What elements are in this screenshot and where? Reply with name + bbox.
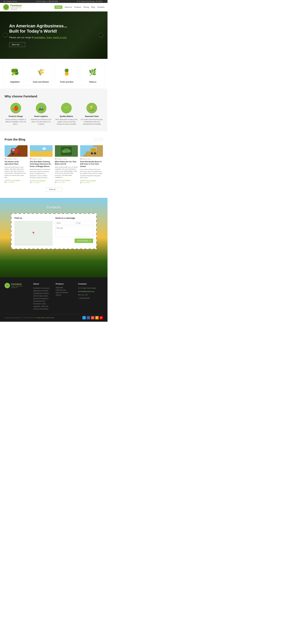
blog-img-4 xyxy=(80,145,103,157)
footer-grain-link[interactable]: Grain and Oilseed xyxy=(56,292,68,294)
footer-logo-name: Farmland xyxy=(11,283,22,285)
privacy-link[interactable]: Privacy Policy xyxy=(36,317,45,318)
footer-about-title: About xyxy=(33,283,52,285)
view-all-section: View all → xyxy=(4,187,103,192)
send-btn-label: Send Message xyxy=(77,240,88,242)
blog-img-2 xyxy=(30,145,53,157)
nav-contacts[interactable]: Contacts xyxy=(97,6,104,8)
top-bar: 24/7 Support Service Call Us Today: +1 8… xyxy=(0,0,108,3)
blog-section: From the Blog ← → ⏰October 6, 2016 The H xyxy=(0,131,108,198)
terms-link[interactable]: Terms of Use xyxy=(46,317,54,318)
author-link-1[interactable]: Jerry Robinson xyxy=(11,180,20,181)
why-grid: 🍎 Products Range We are growing a multit… xyxy=(4,103,103,125)
contacts-title: Contacts xyxy=(4,206,103,210)
twitter-icon[interactable]: 🐦 xyxy=(82,316,86,320)
veg-link[interactable]: vegetables xyxy=(34,36,45,39)
youtube-icon[interactable]: ▶ xyxy=(100,316,103,320)
seasoned-team-icon: 👨‍🌾 xyxy=(86,103,97,114)
more-info-button[interactable]: More Info → xyxy=(9,42,25,47)
footer-fruits-link[interactable]: Fruits and nuts xyxy=(56,289,66,291)
author-link-4[interactable]: Jerry Robinson xyxy=(86,180,96,181)
blog-date-2: ⏰October 6, 2016 xyxy=(30,158,53,160)
blog-author-3: Posted by Jerry Robinson xyxy=(55,180,78,181)
hero-subtext: Please see our range of vegetables, frui… xyxy=(9,36,74,39)
blog-post-2: ⏰October 6, 2016 This New Water-Cleaning… xyxy=(30,145,53,183)
googleplus-icon[interactable]: g+ xyxy=(91,316,94,320)
blog-post-title-3: When Plants Are Cut, They Bleed, Sort Of xyxy=(55,160,78,165)
footer-email: farmland@farmland.org xyxy=(78,290,103,293)
blog-prev-btn[interactable]: ← xyxy=(94,138,98,142)
find-us-title: Find us xyxy=(14,217,52,219)
hero-section: ⎯ An American Agribusiness... Built for … xyxy=(0,12,108,59)
svg-rect-16 xyxy=(91,148,96,152)
footer-bottom: Copyright 2016 Farmland, Inc. All Rights… xyxy=(4,314,103,320)
why-quality-text: We're determined to keep up the quality … xyxy=(55,118,78,125)
blog-post-1: ⏰October 6, 2016 The History of the Agri… xyxy=(4,145,28,183)
footer-produce-veg: Vegetables xyxy=(56,287,74,288)
hero-next-btn[interactable]: ⎯ xyxy=(99,33,103,37)
fruits-image: 🍍 xyxy=(56,64,77,80)
footer-veg-link[interactable]: Vegetables xyxy=(56,287,63,288)
footer-email-link[interactable]: farmland@farmland.org xyxy=(78,291,94,292)
contact-name-input[interactable] xyxy=(55,221,74,225)
svg-point-18 xyxy=(94,152,96,154)
hero-nav-right: ⎯ xyxy=(99,33,103,37)
rss-icon[interactable]: ▶ xyxy=(95,316,99,320)
blog-img-1 xyxy=(4,145,28,157)
contact-message-input[interactable] xyxy=(55,226,93,237)
author-link-3[interactable]: Jerry Robinson xyxy=(62,180,71,181)
blog-post-4: ⏰May 16, 2016 Grow Red Noodle Beans to A… xyxy=(80,145,103,183)
nav-about[interactable]: About us xyxy=(65,6,72,8)
facebook-icon[interactable]: f xyxy=(87,316,90,320)
logo-icon xyxy=(3,4,9,10)
nav-home[interactable]: Home xyxy=(54,6,62,9)
hero-headline: An American Agribusiness... Built for To… xyxy=(9,24,74,34)
category-tobacco[interactable]: 🌿 Tobacco xyxy=(81,62,104,86)
find-us-section: Find us 📍 xyxy=(14,217,52,246)
hero-prev-btn[interactable]: ⎯ xyxy=(3,33,7,37)
footer-about: About Farmland is a mid-sized agribusine… xyxy=(33,283,52,310)
quality-matters-icon: 🌱 xyxy=(61,103,72,114)
fruits-link[interactable]: fruits xyxy=(46,36,52,39)
footer-logo-icon: 🌿 xyxy=(4,283,10,288)
svg-rect-6 xyxy=(18,150,21,154)
footer-logo: 🌿 Farmland largest agriculturalprocessor… xyxy=(4,283,29,288)
contact-email-input[interactable] xyxy=(75,221,93,225)
nav-produce[interactable]: Produce xyxy=(74,6,81,8)
svg-point-9 xyxy=(42,148,46,150)
logo-name: Farmland xyxy=(10,4,22,7)
nav-blog[interactable]: Blog xyxy=(91,6,95,8)
blog-post-excerpt-4: If you want to enhance the visual look o… xyxy=(80,168,103,179)
category-grain[interactable]: 🌾 Grain and Oilseed xyxy=(29,62,53,86)
category-vegetables[interactable]: 🥦 Vegetables xyxy=(3,62,27,86)
map-pin-icon: 📍 xyxy=(32,232,35,235)
footer-tobacco-link[interactable]: Tobacco xyxy=(56,294,61,296)
blog-grid: ⏰October 6, 2016 The History of the Agri… xyxy=(4,145,103,183)
footer-hours: Mon-Sun, 24/7 xyxy=(78,294,103,296)
view-all-button[interactable]: View all → xyxy=(46,187,62,192)
map-placeholder: 📍 xyxy=(14,221,52,246)
blog-post-3: ⏰October 6, 2016 When Plants Are Cut, Th… xyxy=(55,145,78,183)
contacts-section: Contacts Find us 📍 Send us a message Sen… xyxy=(0,198,108,277)
blog-author-1: Posted by Jerry Robinson xyxy=(4,180,28,181)
nav-pricing[interactable]: Pricing xyxy=(83,6,89,8)
blog-comments-3: 💬 0 Comments xyxy=(55,182,78,183)
why-products-text: We are growing a multitude of different … xyxy=(4,118,27,125)
category-vegetables-label: Vegetables xyxy=(5,81,25,83)
blog-next-btn[interactable]: → xyxy=(99,138,103,142)
blog-comments-1: 💬 2 Comments xyxy=(4,182,28,183)
author-link-2[interactable]: Jerry Robinson xyxy=(36,180,46,181)
copyright-text: Copyright 2016 Farmland, Inc. All Rights… xyxy=(4,317,54,318)
why-section: Why choose Farmland 🍎 Products Range We … xyxy=(0,88,108,131)
view-all-arrow-icon: → xyxy=(56,188,58,190)
footer-about-text: Farmland is a mid-sized agribusiness and… xyxy=(33,287,52,310)
send-message-button[interactable]: Send Message ✉ xyxy=(74,238,93,243)
contacts-inner: Find us 📍 Send us a message Send Message… xyxy=(14,217,93,246)
smart-logistics-icon: 🚜 xyxy=(36,103,46,114)
grain-image: 🌾 xyxy=(31,64,51,80)
blog-author-4: Posted by Jerry Robinson xyxy=(80,180,103,181)
why-quality-title: Quality Matters xyxy=(55,115,78,118)
seeds-link[interactable]: seeds & nuts! xyxy=(53,36,67,39)
category-fruits[interactable]: 🍍 Fruits and Nuts xyxy=(55,62,78,86)
footer-produce: Produce Vegetables Fruits and nuts Grain… xyxy=(56,283,74,310)
